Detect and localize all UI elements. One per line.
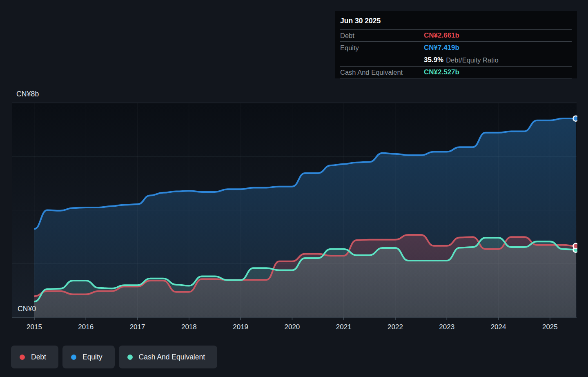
tooltip-cash-value: CN¥2.527b	[424, 68, 459, 76]
x-tick-label-2022: 2022	[388, 323, 403, 331]
tooltip-ratio-label: Debt/Equity Ratio	[446, 56, 498, 64]
tooltip-row-equity: Equity CN¥7.419b	[340, 42, 572, 54]
legend-chip-equity[interactable]: Equity	[62, 346, 115, 368]
debt-dot-icon	[20, 355, 25, 360]
tooltip-row-cash: Cash And Equivalent CN¥2.527b	[340, 67, 572, 78]
legend: Debt Equity Cash And Equivalent	[11, 346, 217, 368]
equity-dot-icon	[71, 355, 76, 360]
cash-dot-icon	[127, 355, 133, 360]
x-tick-label-2017: 2017	[130, 323, 145, 331]
x-tick-label-2023: 2023	[439, 323, 454, 331]
x-axis: 2015201620172018201920202021202220232024…	[12, 317, 577, 331]
legend-chip-cash[interactable]: Cash And Equivalent	[119, 346, 217, 368]
chart-tooltip: Jun 30 2025 Debt CN¥2.661b Equity CN¥7.4…	[335, 11, 577, 78]
tooltip-equity-label: Equity	[340, 44, 424, 52]
tooltip-debt-label: Debt	[340, 32, 424, 40]
legend-chip-debt[interactable]: Debt	[11, 346, 58, 368]
tooltip-debt-value: CN¥2.661b	[424, 31, 459, 40]
y-axis-label-zero: CN¥0	[18, 305, 36, 313]
page-background: 2015201620172018201920202021202220232024…	[0, 0, 588, 377]
debt-end-marker	[573, 243, 579, 249]
legend-equity-label: Equity	[82, 353, 102, 361]
x-tick-label-2015: 2015	[27, 323, 42, 331]
tooltip-date: Jun 30 2025	[340, 11, 572, 30]
x-tick-label-2016: 2016	[78, 323, 94, 331]
x-tick-label-2025: 2025	[542, 323, 558, 331]
x-tick-label-2021: 2021	[336, 323, 352, 331]
x-tick-label-2020: 2020	[285, 323, 300, 331]
tooltip-row-ratio: 35.9% Debt/Equity Ratio	[340, 54, 572, 67]
legend-debt-label: Debt	[31, 353, 46, 361]
x-tick-label-2024: 2024	[491, 323, 506, 331]
tooltip-equity-value: CN¥7.419b	[424, 44, 459, 52]
legend-cash-label: Cash And Equivalent	[139, 353, 205, 361]
y-axis-label-max: CN¥8b	[16, 90, 39, 98]
tooltip-ratio-value: 35.9%	[424, 56, 443, 64]
tooltip-cash-label: Cash And Equivalent	[340, 69, 424, 76]
tooltip-row-debt: Debt CN¥2.661b	[340, 30, 572, 42]
x-tick-label-2018: 2018	[181, 323, 197, 331]
equity-end-marker	[573, 116, 579, 121]
x-tick-label-2019: 2019	[233, 323, 248, 331]
